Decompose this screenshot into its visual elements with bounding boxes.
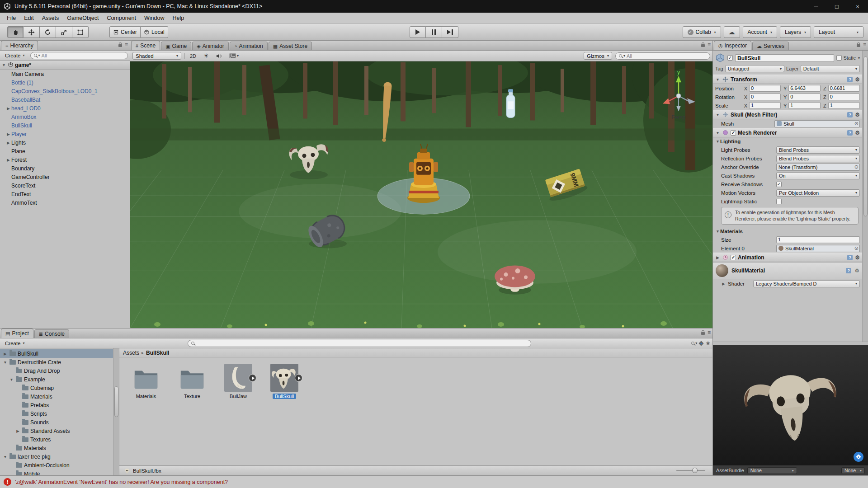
- tab-scene[interactable]: #Scene: [131, 41, 160, 50]
- size-field[interactable]: 1: [776, 236, 860, 243]
- transform-field-z[interactable]: 0.6681: [828, 85, 860, 92]
- hierarchy-search-input[interactable]: ▾ All: [30, 52, 128, 59]
- transform-field-y[interactable]: 0: [788, 94, 820, 100]
- foldout-arrow-icon[interactable]: ▶: [6, 132, 11, 136]
- hierarchy-item[interactable]: AmmoBox: [0, 113, 130, 121]
- object-field[interactable]: None (Transform)⊙: [776, 164, 860, 171]
- collab-button[interactable]: ✓ Collab▾: [683, 26, 721, 38]
- lighting-foldout[interactable]: ▼Lighting: [713, 137, 862, 145]
- static-checkbox[interactable]: [836, 55, 842, 61]
- hierarchy-item[interactable]: BaseballBat: [0, 95, 130, 104]
- foldout-arrow-icon[interactable]: ▶: [15, 429, 20, 433]
- project-tree-item[interactable]: ▶BullSkull: [0, 349, 113, 358]
- help-icon[interactable]: ?: [847, 255, 853, 260]
- help-icon[interactable]: ?: [846, 268, 851, 273]
- assetbundle-variant-dropdown[interactable]: None▾: [841, 467, 865, 474]
- checkbox[interactable]: [776, 199, 782, 204]
- project-tree-item[interactable]: Scripts: [0, 409, 113, 418]
- hierarchy-item[interactable]: ScoreText: [0, 181, 130, 190]
- scene-effects-dropdown[interactable]: ▾: [227, 52, 241, 60]
- scene-search-input[interactable]: ▾ All: [615, 52, 710, 60]
- play-badge-icon[interactable]: [249, 374, 256, 382]
- menu-item-edit[interactable]: Edit: [20, 13, 38, 23]
- tab-asset-store[interactable]: ▦Asset Store: [269, 42, 312, 50]
- foldout-arrow-icon[interactable]: ▼: [715, 113, 720, 117]
- lock-icon[interactable]: [701, 332, 705, 335]
- asset-preview-pane[interactable]: [713, 345, 868, 465]
- hierarchy-item[interactable]: ▶Lights: [0, 138, 130, 147]
- component-enabled-checkbox[interactable]: ✓: [731, 130, 736, 136]
- gizmos-dropdown[interactable]: Gizmos▾: [584, 52, 612, 60]
- scale-tool-button[interactable]: [56, 26, 72, 38]
- step-button[interactable]: [442, 26, 458, 38]
- menu-item-window[interactable]: Window: [140, 13, 168, 23]
- foldout-arrow-icon[interactable]: ▼: [1, 63, 6, 67]
- asset-item[interactable]: BullSkull: [266, 364, 303, 399]
- transform-field-z[interactable]: 1: [828, 102, 860, 109]
- project-tree-item[interactable]: ▼laxer tree pkg: [0, 452, 113, 461]
- hierarchy-item[interactable]: ▶Forest: [0, 155, 130, 164]
- transform-field-z[interactable]: 0: [828, 94, 860, 100]
- foldout-arrow-icon[interactable]: ▼: [715, 131, 720, 135]
- help-icon[interactable]: ?: [847, 112, 853, 117]
- breadcrumb-item[interactable]: BullSkull: [146, 350, 169, 356]
- project-search-input[interactable]: [188, 340, 531, 347]
- project-tree-item[interactable]: Textures: [0, 435, 113, 444]
- foldout-arrow-icon[interactable]: ▶: [715, 255, 720, 260]
- cloud-services-button[interactable]: ☁: [724, 26, 740, 38]
- project-tree-item[interactable]: Drag And Drop: [0, 366, 113, 375]
- static-dropdown-icon[interactable]: ▾: [858, 56, 860, 60]
- mesh-object-field[interactable]: Skull ⊙: [774, 120, 860, 127]
- tab-services[interactable]: ☁Services: [752, 42, 789, 50]
- foldout-arrow-icon[interactable]: ▶: [6, 106, 11, 111]
- hierarchy-item[interactable]: Boundary: [0, 164, 130, 173]
- property-dropdown[interactable]: Blend Probes▾: [776, 146, 860, 154]
- foldout-arrow-icon[interactable]: ▶: [3, 352, 8, 356]
- project-tree-item[interactable]: Sounds: [0, 418, 113, 427]
- tab-animation[interactable]: ◔Animation: [230, 42, 268, 50]
- hierarchy-item[interactable]: CapConvex_StalkBolbous_LOD0_1: [0, 87, 130, 95]
- close-button[interactable]: ×: [847, 0, 868, 13]
- search-by-type-icon[interactable]: ▾: [691, 341, 697, 345]
- foldout-arrow-icon[interactable]: ▶: [6, 158, 11, 162]
- hierarchy-item[interactable]: Main Camera: [0, 70, 130, 78]
- material-header[interactable]: SkullMaterial ? ⚙: [713, 262, 862, 279]
- gear-icon[interactable]: ⚙: [854, 267, 859, 274]
- property-dropdown[interactable]: Per Object Motion▾: [776, 189, 860, 197]
- animation-component-header[interactable]: ▶ ✓ Animation ?⚙: [713, 253, 862, 262]
- account-dropdown[interactable]: Account▾: [743, 26, 777, 38]
- project-tree-item[interactable]: Ambient-Occlusion: [0, 461, 113, 469]
- material-object-field[interactable]: SkullMaterial ⊙: [776, 245, 860, 252]
- panel-menu-icon[interactable]: ≡: [708, 42, 711, 47]
- project-tree-item[interactable]: ▼Destructible Crate: [0, 358, 113, 366]
- rotate-tool-button[interactable]: [40, 26, 56, 38]
- breadcrumb-item[interactable]: Assets: [123, 350, 139, 356]
- property-dropdown[interactable]: On▾: [776, 172, 860, 179]
- project-tree-scrollbar[interactable]: [113, 348, 119, 475]
- layout-dropdown[interactable]: Layout▾: [814, 26, 863, 38]
- object-name-field[interactable]: BullSkull: [735, 54, 834, 62]
- tab-animator[interactable]: ◈Animator: [192, 42, 229, 50]
- asset-item[interactable]: Texture: [174, 364, 211, 399]
- project-tree-item[interactable]: ▼Example: [0, 375, 113, 384]
- tab-inspector[interactable]: ◎Inspector: [714, 41, 751, 50]
- panel-menu-icon[interactable]: ≡: [708, 330, 711, 335]
- scene-audio-button[interactable]: [214, 52, 224, 60]
- hierarchy-item[interactable]: EndText: [0, 190, 130, 198]
- panel-menu-icon[interactable]: ≡: [863, 42, 866, 47]
- hierarchy-item[interactable]: Bottle (1): [0, 78, 130, 87]
- layer-dropdown[interactable]: Default▾: [801, 65, 860, 72]
- minimize-button[interactable]: ─: [806, 0, 826, 13]
- project-tree-item[interactable]: Mobile: [0, 469, 113, 475]
- lock-icon[interactable]: [118, 44, 122, 47]
- hierarchy-scene-row[interactable]: ▼ game*: [0, 61, 130, 70]
- mesh-filter-component-header[interactable]: ▼ Skull (Mesh Filter) ?⚙: [713, 110, 862, 119]
- transform-component-header[interactable]: ▼ Transform ?⚙: [713, 75, 862, 84]
- layers-dropdown[interactable]: Layers▾: [780, 26, 811, 38]
- mushroom-object[interactable]: [495, 266, 535, 295]
- hand-tool-button[interactable]: [7, 26, 24, 38]
- tag-dropdown[interactable]: Untagged▾: [725, 65, 784, 72]
- property-dropdown[interactable]: Blend Probes▾: [776, 155, 860, 162]
- pivot-mode-button[interactable]: Center: [109, 26, 141, 38]
- asset-item[interactable]: BullJaw: [220, 364, 257, 399]
